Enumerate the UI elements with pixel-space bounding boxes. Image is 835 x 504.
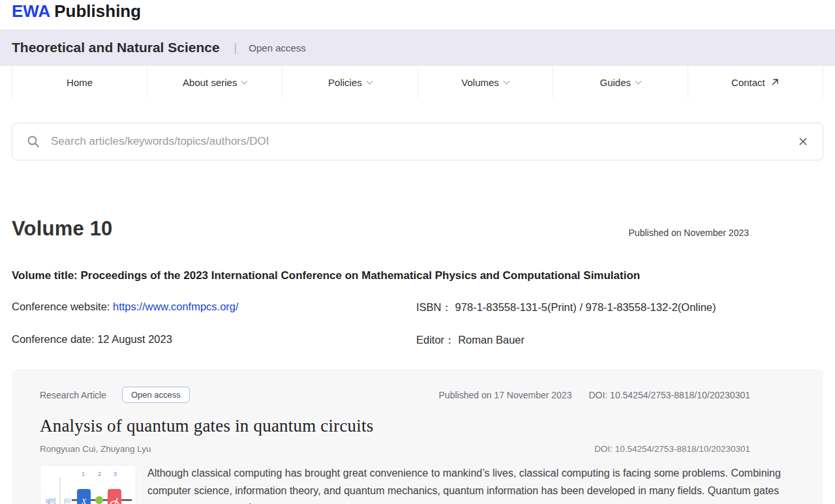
nav-item-home[interactable]: Home [12,66,147,98]
editor-row: Editor： Roman Bauer [416,333,823,348]
quantum-circuit-image: q[0] |0⟩ 1 2 3 X [40,466,136,504]
article-doi: DOI: 10.54254/2753-8818/10/20230301 [588,390,750,400]
nav-label: Volumes [461,77,499,88]
page-title: Volume 10 [12,217,113,241]
article-thumbnail[interactable]: q[0] |0⟩ 1 2 3 X [40,465,136,504]
chevron-down-icon [241,78,248,84]
article-body: q[0] |0⟩ 1 2 3 X Although classical comp [40,465,791,504]
nav-item-policies[interactable]: Policies [282,66,417,98]
search-icon [27,135,40,148]
svg-text:1: 1 [82,471,85,477]
search-bar [12,123,823,160]
isbn-value: 978-1-83558-131-5(Print) / 978-1-83558-1… [455,301,716,313]
article-authors-row: Rongyuan Cui, Zhuyang Lyu DOI: 10.54254/… [40,444,791,454]
article-meta-left: Research Article Open access [40,387,190,403]
logo-publishing: Publishing [54,1,141,21]
chevron-down-icon [503,78,509,84]
main-nav: Home About series Policies Volumes Guide… [0,66,835,98]
conference-website-link[interactable]: https://www.confmpcs.org/ [113,301,239,312]
nav-item-guides[interactable]: Guides [553,66,688,98]
nav-label: Home [67,77,93,88]
ewa-publishing-logo[interactable]: EWAPublishing [12,1,141,22]
isbn-label: ISBN： [416,301,452,313]
svg-text:q[0]: q[0] [46,497,55,504]
series-title: Theoretical and Natural Science [12,40,220,55]
volume-header: Volume 10 Published on November 2023 [0,217,835,241]
svg-text:3: 3 [114,471,117,477]
article-meta-right: Published on 17 November 2023 DOI: 10.54… [439,390,750,400]
editor-value: Roman Bauer [458,334,524,346]
svg-text:|0⟩: |0⟩ [64,497,71,504]
site-header: EWAPublishing [0,0,835,29]
chevron-down-icon [635,78,642,84]
series-banner: Theoretical and Natural Science | Open a… [0,29,835,66]
volume-info-grid: Conference website: https://www.confmpcs… [0,301,835,348]
chevron-down-icon [366,78,372,84]
external-link-icon [770,78,780,87]
logo-ewa: EWA [12,1,50,21]
search-input[interactable] [51,135,798,148]
nav-label: About series [183,77,237,88]
nav-item-volumes[interactable]: Volumes [418,66,553,98]
article-title-link[interactable]: Analysis of quantum gates in quantum cir… [40,416,791,436]
volume-published-date: Published on November 2023 [629,228,749,241]
nav-label: Guides [600,77,631,88]
volume-full-title: Volume title: Proceedings of the 2023 In… [0,269,835,282]
svg-text:2: 2 [98,471,101,477]
article-doi-secondary: DOI: 10.54254/2753-8818/10/20230301 [594,444,750,454]
open-access-label: Open access [249,42,306,53]
isbn-row: ISBN： 978-1-83558-131-5(Print) / 978-1-8… [416,301,823,315]
article-abstract: Although classical computing has brought… [147,465,791,504]
conference-website-row: Conference website: https://www.confmpcs… [12,301,416,315]
editor-label: Editor： [416,334,455,346]
nav-label: Contact [731,77,765,88]
svg-text:X: X [81,497,87,504]
article-type-label: Research Article [40,390,106,400]
close-icon[interactable] [798,136,808,147]
conference-website-label: Conference website: [12,301,113,312]
article-card: Research Article Open access Published o… [12,369,823,504]
article-meta-row: Research Article Open access Published o… [40,387,791,403]
article-published-date: Published on 17 November 2023 [439,390,572,400]
article-authors: Rongyuan Cui, Zhuyang Lyu [40,444,151,454]
search-section [0,123,835,160]
series-separator: | [234,41,237,55]
conference-date-row: Conference date: 12 August 2023 [12,333,416,348]
nav-label: Policies [328,77,362,88]
open-access-badge: Open access [122,387,190,403]
nav-item-contact[interactable]: Contact [688,66,823,98]
nav-item-about-series[interactable]: About series [147,66,282,98]
